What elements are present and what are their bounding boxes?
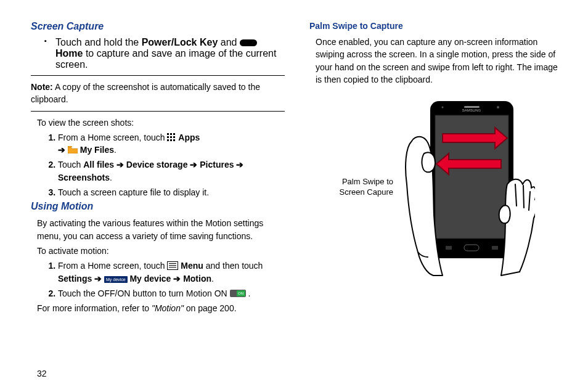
divider <box>31 75 285 76</box>
palm-swipe-diagram: SAMSUNG <box>399 98 535 277</box>
svg-rect-13 <box>464 245 479 251</box>
diagram-caption: Palm Swipe to Screen Capure <box>338 177 393 198</box>
note-clipboard: Note: A copy of the screenshot is automa… <box>31 81 285 106</box>
svg-rect-5 <box>173 136 175 138</box>
my-device-icon: My device <box>104 276 128 283</box>
divider <box>31 111 285 112</box>
svg-rect-3 <box>167 136 169 138</box>
svg-point-16 <box>497 106 499 108</box>
motion-crossref: For more information, refer to "Motion" … <box>37 302 285 314</box>
folder-icon <box>68 144 78 152</box>
svg-text:SAMSUNG: SAMSUNG <box>462 108 481 112</box>
step-1-from-home-apps: From a Home screen, touch Apps <box>58 131 285 157</box>
svg-rect-6 <box>167 139 169 141</box>
toggle-on-icon: ON <box>230 290 246 297</box>
svg-rect-8 <box>173 139 175 141</box>
activate-motion-intro: To activate motion: <box>37 245 285 257</box>
heading-screen-capture: Screen Capture <box>31 21 285 32</box>
bullet-screen-capture-instructions: Touch and hold the Power/Lock Key and Ho… <box>55 37 285 70</box>
menu-icon <box>167 261 178 270</box>
svg-rect-14 <box>446 246 452 250</box>
svg-rect-0 <box>167 133 169 135</box>
svg-rect-2 <box>173 133 175 135</box>
motion-step-1: From a Home screen, touch Menu and then … <box>58 259 285 285</box>
page-number: 32 <box>37 369 47 378</box>
heading-palm-swipe: Palm Swipe to Capture <box>309 21 563 31</box>
svg-rect-1 <box>170 133 172 135</box>
heading-using-motion: Using Motion <box>31 201 285 212</box>
svg-rect-7 <box>170 139 172 141</box>
svg-rect-11 <box>464 106 480 108</box>
motion-paragraph: By activating the various features withi… <box>37 217 285 242</box>
view-screenshots-intro: To view the screen shots: <box>37 116 285 129</box>
palm-swipe-paragraph: Once enabled, you can capture any on-scr… <box>316 36 563 86</box>
apps-grid-icon <box>167 133 176 142</box>
svg-rect-4 <box>170 136 172 138</box>
svg-point-17 <box>442 107 444 108</box>
motion-step-2: Touch the OFF/ON button to turn Motion O… <box>58 287 285 300</box>
svg-rect-15 <box>492 246 498 250</box>
bullet-marker: ▪ <box>44 37 55 70</box>
step-3-display: Touch a screen capture file to display i… <box>58 186 285 198</box>
step-2-path: Touch All files ➔ Device storage ➔ Pictu… <box>58 158 285 184</box>
home-key-icon <box>240 39 257 46</box>
